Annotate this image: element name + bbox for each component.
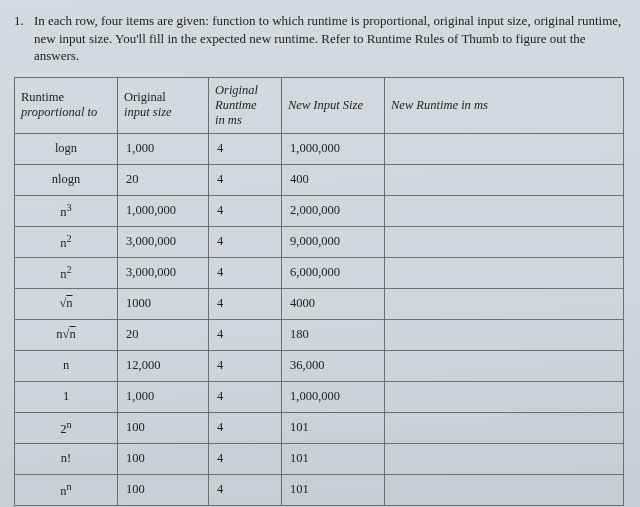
cell-original-runtime: 4 (209, 226, 282, 257)
table-row: n31,000,00042,000,000 (15, 195, 624, 226)
question-number: 1. (14, 12, 34, 65)
table-row: 11,00041,000,000 (15, 381, 624, 412)
col-original-input-size: Original input size (118, 77, 209, 133)
col1-line1: Runtime (21, 90, 64, 104)
cell-original-size: 100 (118, 474, 209, 505)
col-new-runtime: New Runtime in ms (385, 77, 624, 133)
cell-original-size: 1000 (118, 288, 209, 319)
cell-original-size: 1,000,000 (118, 195, 209, 226)
table-row: n!1004101 (15, 443, 624, 474)
table-row: logn1,00041,000,000 (15, 133, 624, 164)
col-new-input-size: New Input Size (282, 77, 385, 133)
table-row: n√n204180 (15, 319, 624, 350)
question-block: 1. In each row, four items are given: fu… (14, 12, 624, 65)
cell-function: n2 (15, 226, 118, 257)
cell-function: nn (15, 474, 118, 505)
cell-original-runtime: 4 (209, 474, 282, 505)
cell-new-runtime[interactable] (385, 474, 624, 505)
col-original-runtime: Original Runtime in ms (209, 77, 282, 133)
header-row: Runtime proportional to Original input s… (15, 77, 624, 133)
cell-original-runtime: 4 (209, 288, 282, 319)
col2-line2: input size (124, 105, 202, 120)
cell-new-runtime[interactable] (385, 164, 624, 195)
runtime-table: Runtime proportional to Original input s… (14, 77, 624, 506)
cell-new-runtime[interactable] (385, 443, 624, 474)
cell-original-runtime: 4 (209, 412, 282, 443)
cell-new-runtime[interactable] (385, 319, 624, 350)
question-text: In each row, four items are given: funct… (34, 12, 624, 65)
col2-line1: Original (124, 90, 166, 104)
cell-function: √n (15, 288, 118, 319)
cell-original-runtime: 4 (209, 164, 282, 195)
cell-original-runtime: 4 (209, 257, 282, 288)
cell-new-runtime[interactable] (385, 288, 624, 319)
cell-new-size: 101 (282, 443, 385, 474)
cell-new-size: 4000 (282, 288, 385, 319)
cell-original-size: 3,000,000 (118, 257, 209, 288)
cell-original-runtime: 4 (209, 381, 282, 412)
cell-new-runtime[interactable] (385, 381, 624, 412)
cell-original-size: 3,000,000 (118, 226, 209, 257)
table-row: √n100044000 (15, 288, 624, 319)
cell-original-runtime: 4 (209, 195, 282, 226)
cell-function: n2 (15, 257, 118, 288)
cell-original-size: 1,000 (118, 133, 209, 164)
cell-new-runtime[interactable] (385, 133, 624, 164)
col1-line2: proportional to (21, 105, 111, 120)
cell-original-size: 20 (118, 164, 209, 195)
cell-function: n! (15, 443, 118, 474)
table-row: n23,000,00049,000,000 (15, 226, 624, 257)
cell-function: n3 (15, 195, 118, 226)
cell-function: nlogn (15, 164, 118, 195)
cell-new-runtime[interactable] (385, 195, 624, 226)
table-row: 2n1004101 (15, 412, 624, 443)
cell-original-size: 100 (118, 412, 209, 443)
table-row: nlogn204400 (15, 164, 624, 195)
cell-new-size: 101 (282, 412, 385, 443)
cell-original-size: 20 (118, 319, 209, 350)
cell-new-size: 9,000,000 (282, 226, 385, 257)
col3-line2: Runtime (215, 98, 275, 113)
cell-function: n (15, 350, 118, 381)
table-row: n12,000436,000 (15, 350, 624, 381)
col3-line1: Original (215, 83, 275, 98)
cell-new-runtime[interactable] (385, 412, 624, 443)
cell-function: logn (15, 133, 118, 164)
cell-original-runtime: 4 (209, 443, 282, 474)
col5-label: New Runtime in ms (391, 98, 488, 112)
cell-original-size: 1,000 (118, 381, 209, 412)
cell-original-runtime: 4 (209, 319, 282, 350)
cell-new-size: 400 (282, 164, 385, 195)
cell-function: 1 (15, 381, 118, 412)
cell-new-size: 101 (282, 474, 385, 505)
table-row: n23,000,00046,000,000 (15, 257, 624, 288)
cell-function: 2n (15, 412, 118, 443)
cell-new-size: 2,000,000 (282, 195, 385, 226)
cell-new-size: 1,000,000 (282, 133, 385, 164)
cell-new-runtime[interactable] (385, 257, 624, 288)
col3-line3: in ms (215, 113, 275, 128)
col-runtime-proportional: Runtime proportional to (15, 77, 118, 133)
cell-original-runtime: 4 (209, 133, 282, 164)
cell-original-runtime: 4 (209, 350, 282, 381)
col4-label: New Input Size (288, 98, 363, 112)
cell-new-size: 36,000 (282, 350, 385, 381)
cell-new-runtime[interactable] (385, 350, 624, 381)
cell-original-size: 12,000 (118, 350, 209, 381)
cell-new-runtime[interactable] (385, 226, 624, 257)
table-body: logn1,00041,000,000nlogn204400n31,000,00… (15, 133, 624, 505)
cell-original-size: 100 (118, 443, 209, 474)
cell-new-size: 1,000,000 (282, 381, 385, 412)
cell-function: n√n (15, 319, 118, 350)
cell-new-size: 180 (282, 319, 385, 350)
cell-new-size: 6,000,000 (282, 257, 385, 288)
table-row: nn1004101 (15, 474, 624, 505)
